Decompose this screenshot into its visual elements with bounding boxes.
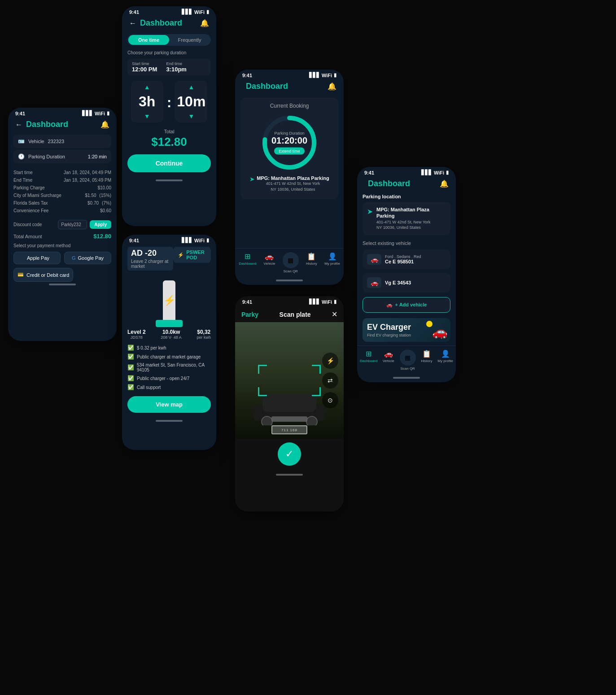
flash-button[interactable]: ⚡ (322, 353, 338, 369)
nav-vehicle-6[interactable]: 🚗 Vehicle (383, 350, 394, 371)
nav-label-qr-6: Scan QR (400, 367, 415, 371)
parking-duration-small: Parking Duration (271, 131, 307, 136)
end-time-label-2: End time (166, 61, 187, 66)
nav-qr-6[interactable]: ▦ Scan QR (400, 350, 416, 371)
tab-onetime[interactable]: One time (128, 35, 169, 45)
status-bar-3: 9:41 ▋▋▋ WiFi ▮ (122, 235, 216, 245)
dashboard-nav-icon: ⊞ (245, 252, 250, 261)
vehicle-row: 🪪 Vehicle 232323 (13, 135, 111, 148)
wifi-icon-5: WiFi (322, 299, 332, 305)
page-title-6: Dashboard (368, 179, 440, 188)
vehicle-icon: 🪪 (18, 138, 25, 144)
tab-frequently[interactable]: Frequently (169, 35, 210, 45)
nav-history-6[interactable]: 📋 History (421, 350, 433, 371)
wifi-icon: WiFi (95, 111, 105, 116)
svg-point-5 (306, 416, 317, 425)
time-1: 9:41 (15, 111, 25, 116)
timer-ring: Parking Duration 01:20:00 Extend time (260, 114, 319, 172)
total-label-2: Total (122, 126, 216, 134)
time-range-box: Start time 12:00 PM End time 3:10pm (127, 59, 211, 75)
nav-qr[interactable]: ▦ Scan QR (283, 252, 299, 273)
wifi-icon-2: WiFi (194, 9, 205, 15)
settings-button[interactable]: ⊙ (322, 392, 338, 408)
status-bar-6: 9:41 ▋▋▋ WiFi ▮ (357, 167, 456, 177)
charger-pole: ⚡ (163, 280, 175, 321)
signal-icon-4: ▋▋▋ (309, 72, 320, 78)
notification-icon-6[interactable]: 🔔 (440, 179, 449, 188)
bottom-nav-6: ⊞ Dashboard 🚗 Vehicle ▦ Scan QR 📋 Histor… (357, 345, 456, 375)
nav-dashboard-6[interactable]: ⊞ Dashboard (360, 350, 377, 371)
parking-charge-label: Parking Charge (13, 185, 44, 190)
confirm-button[interactable]: ✓ (278, 442, 301, 466)
vehicle-info-2: Vg E 34543 (385, 280, 446, 285)
hours-up-arrow[interactable]: ▲ (131, 83, 163, 92)
home-indicator-5 (276, 474, 303, 476)
select-vehicle-label: Select existing vehicle (357, 239, 456, 248)
nav-label-profile: My profile (324, 262, 340, 266)
back-button[interactable]: ← (15, 121, 22, 129)
nav-dashboard[interactable]: ⊞ Dashboard (239, 252, 256, 273)
nav-profile-6[interactable]: 👤 My profile (437, 350, 453, 371)
notification-icon-4[interactable]: 🔔 (328, 82, 336, 91)
feature-1: ✅ $ 0.32 per kwh (127, 343, 211, 352)
loc-addr-6: 401-471 W 42nd St, New YorkNY 10036, Uni… (376, 219, 446, 231)
end-time-col: End time 3:10pm (166, 61, 187, 73)
bottom-nav-4: ⊞ Dashboard 🚗 Vehicle ▦ Scan QR 📋 Histor… (235, 248, 344, 278)
back-button-2[interactable]: ← (129, 19, 136, 27)
check-icon-4: ✅ (127, 375, 134, 381)
nav-history[interactable]: 📋 History (306, 252, 317, 273)
plate-text: 711 168 (281, 428, 297, 432)
nav-profile[interactable]: 👤 My profile (324, 252, 340, 273)
minutes-unit: ▲ 10m ▼ (175, 81, 207, 122)
miami-surcharge-row: City of Miami Surcharge $1.50 (15%) (13, 192, 111, 199)
payment-buttons: Apple Pay G Google Pay (8, 250, 117, 266)
history-nav-icon-6: 📋 (422, 350, 431, 358)
minutes-down-arrow[interactable]: ▼ (175, 112, 207, 121)
nav-label-qr: Scan QR (283, 269, 297, 273)
vehicle-card-2[interactable]: 🚗 Vg E 34543 (363, 273, 450, 293)
vehicle-card-1[interactable]: 🚗 Ford . Sedans . Red Ce E 958501 (363, 249, 450, 269)
google-pay-label: Google Pay (78, 255, 104, 261)
pwr-badge: ⚡ PSWER POD (173, 247, 211, 263)
add-vehicle-button[interactable]: 🚗 + Add vehicle (363, 297, 450, 313)
vehicle-type-1: Ford . Sedans . Red (385, 254, 446, 259)
corner-br (312, 387, 321, 396)
view-map-button[interactable]: View map (127, 396, 211, 413)
credit-card-button[interactable]: 💳 Credit or Debit card (13, 268, 73, 282)
hours-down-arrow[interactable]: ▼ (131, 112, 163, 121)
end-time-row: End Time Jan 18, 2024, 05:49 PM (13, 176, 111, 184)
discount-input[interactable] (58, 220, 87, 229)
phone-ev-charger: 9:41 ▋▋▋ WiFi ▮ AD -20 Leave 2 charger a… (122, 235, 216, 450)
apply-button[interactable]: Apply (90, 220, 111, 229)
florida-tax-label: Florida Sales Tax (13, 201, 48, 205)
history-nav-icon: 📋 (307, 252, 316, 261)
nav-label-dashboard-6: Dashboard (360, 359, 377, 363)
phone-vehicle-select: 9:41 ▋▋▋ WiFi ▮ Dashboard 🔔 Parking loca… (357, 167, 456, 382)
nav-vehicle[interactable]: 🚗 Vehicle (264, 252, 275, 273)
loc-nav-icon: ➤ (367, 207, 373, 216)
minutes-up-arrow[interactable]: ▲ (175, 83, 207, 92)
colon-separator: : (167, 94, 172, 111)
qr-nav-circle: ▦ (283, 252, 299, 268)
notification-icon[interactable]: 🔔 (100, 120, 109, 129)
feature-4: ✅ Public charger - open 24/7 (127, 374, 211, 383)
time-4: 9:41 (242, 73, 252, 78)
apple-pay-button[interactable]: Apple Pay (13, 252, 61, 264)
svg-rect-6 (271, 416, 307, 422)
vehicle-nav-icon: 🚗 (265, 252, 274, 261)
status-bar-4: 9:41 ▋▋▋ WiFi ▮ (235, 70, 344, 80)
phone-booking: 9:41 ▋▋▋ WiFi ▮ Dashboard 🔔 Current Book… (235, 70, 344, 285)
ev-banner[interactable]: EV Charger Find EV charging station 🌳 🚗 (363, 318, 450, 342)
bolt-icon: ⚡ (163, 295, 175, 306)
vehicle-info-1: Ford . Sedans . Red Ce E 958501 (385, 254, 446, 264)
convenience-fee-row: Convenience Fee $0.60 (13, 207, 111, 214)
continue-button[interactable]: Continue (127, 154, 211, 172)
scan-title: Scan plate (280, 311, 311, 318)
notification-icon-2[interactable]: 🔔 (200, 19, 209, 27)
switch-camera-button[interactable]: ⇄ (322, 372, 338, 389)
google-pay-button[interactable]: G Google Pay (64, 252, 111, 264)
extend-time-button[interactable]: Extend time (274, 148, 305, 155)
battery-icon-2: ▮ (206, 9, 209, 15)
close-button[interactable]: ✕ (332, 310, 337, 319)
battery-icon-5: ▮ (334, 299, 336, 305)
